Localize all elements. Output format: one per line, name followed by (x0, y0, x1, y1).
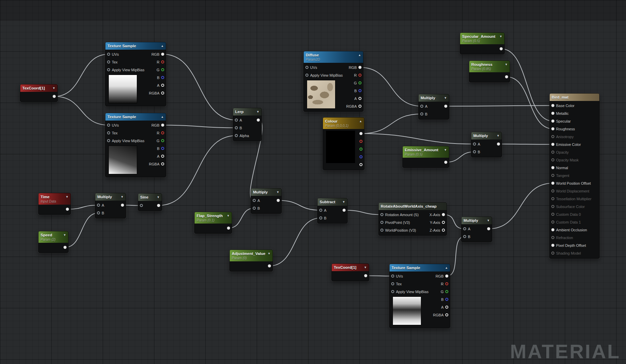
pin-apply-view-mipbias[interactable] (305, 74, 308, 77)
pin-b[interactable] (473, 150, 476, 153)
pin-r[interactable] (358, 74, 361, 77)
pin-shading-model[interactable] (551, 252, 554, 255)
collapse-down-icon[interactable]: ▼ (364, 266, 367, 269)
pin-out[interactable] (444, 105, 447, 108)
pin-a[interactable] (161, 84, 164, 87)
collapse-down-icon[interactable]: ▼ (52, 86, 55, 90)
pin-specular[interactable] (551, 120, 554, 123)
collapse-down-icon[interactable]: ▼ (66, 195, 69, 199)
node-mul4[interactable]: Multiply▼AB (251, 188, 282, 214)
node-ts1[interactable]: Texture Sample▲UVsTexApply View MipBiasR… (105, 42, 166, 106)
pin-b[interactable] (235, 126, 238, 129)
wire[interactable] (344, 210, 382, 215)
wire[interactable] (489, 183, 553, 229)
node-header[interactable]: Specular_Amount▼Param (0.5) (460, 33, 504, 44)
pin-a[interactable] (235, 119, 238, 122)
pin-rgb[interactable] (161, 53, 164, 56)
pin-g[interactable] (445, 290, 448, 293)
node-header[interactable]: Texture Sample▲ (390, 264, 450, 271)
node-mul3[interactable]: Multiply▼AB (95, 193, 126, 218)
node-lerp[interactable]: Lerp▼ABAlpha (233, 108, 262, 141)
pin-metallic[interactable] (551, 112, 554, 115)
wire[interactable] (446, 152, 475, 162)
pin-tex[interactable] (107, 60, 110, 63)
node-time[interactable]: Time▼Input Data (38, 193, 71, 215)
pin-roughness[interactable] (551, 127, 554, 130)
pin-g[interactable] (161, 139, 164, 142)
pin-b[interactable] (420, 112, 423, 115)
node-header[interactable]: Multiply▼ (251, 188, 281, 196)
pin-out[interactable] (505, 75, 508, 78)
node-mul5[interactable]: Multiply▼AB (461, 216, 492, 242)
collapse-down-icon[interactable]: ▼ (444, 96, 447, 100)
pin-rgb[interactable] (445, 275, 448, 278)
pin-b[interactable] (161, 76, 164, 79)
wire[interactable] (360, 68, 422, 106)
collapse-up-icon[interactable]: ▲ (359, 120, 362, 123)
pin-apply-view-mipbias[interactable] (391, 290, 394, 293)
pin-opacity[interactable] (551, 151, 554, 154)
node-header[interactable]: Texture Sample▲ (105, 113, 166, 121)
collapse-down-icon[interactable]: ▼ (444, 148, 447, 152)
pin-uvs[interactable] (391, 275, 394, 278)
node-ts3[interactable]: Texture Sample▲UVsTexApply View MipBiasR… (389, 264, 450, 328)
pin-a[interactable] (97, 204, 100, 207)
pin-ambient-occlusion[interactable] (551, 228, 554, 231)
collapse-up-icon[interactable]: ▲ (161, 44, 164, 48)
collapse-down-icon[interactable]: ▼ (227, 214, 230, 217)
wire[interactable] (499, 144, 553, 145)
pin-b[interactable] (97, 211, 100, 214)
collapse-down-icon[interactable]: ▼ (157, 196, 160, 199)
material-graph-canvas[interactable]: MATERIAL TexCoord[1]▼Texture Sample▲UVsT… (0, 0, 626, 364)
node-header[interactable]: Multiply▼ (461, 217, 492, 224)
pin-b[interactable] (463, 235, 466, 238)
pin-in[interactable] (140, 204, 143, 207)
pin-b[interactable] (358, 89, 361, 92)
pin-a[interactable] (161, 155, 164, 158)
pin-rgba[interactable] (161, 92, 164, 95)
collapse-down-icon[interactable]: ▼ (499, 35, 502, 38)
pin-r[interactable] (161, 131, 164, 134)
pin-b[interactable] (319, 216, 322, 219)
node-mul1[interactable]: Multiply▼AB (418, 94, 449, 120)
pin-out[interactable] (157, 204, 160, 207)
pin-a[interactable] (473, 142, 476, 146)
pin-x-axis[interactable] (442, 213, 445, 216)
pin-custom-data-1[interactable] (551, 220, 554, 224)
pin-world-position-offset[interactable] (551, 182, 554, 185)
node-mat[interactable]: Bird_matBase ColorMetallicSpecularRoughn… (549, 93, 600, 259)
pin-a[interactable] (319, 209, 322, 212)
node-header[interactable]: Subtract▼ (318, 198, 347, 206)
pin-out[interactable] (227, 227, 230, 230)
pin-b[interactable] (253, 207, 256, 210)
pin-apply-view-mipbias[interactable] (107, 139, 110, 142)
pin-uvs[interactable] (305, 66, 308, 69)
pin-a[interactable] (420, 105, 423, 108)
pin-a[interactable] (253, 199, 256, 202)
collapse-down-icon[interactable]: ▼ (121, 195, 124, 199)
pin-tex[interactable] (391, 282, 394, 285)
pin-out[interactable] (359, 132, 362, 135)
pin-a[interactable] (445, 306, 448, 309)
collapse-down-icon[interactable]: ▼ (63, 233, 66, 237)
pin-worldposition-v3-[interactable] (380, 229, 383, 232)
pin-out[interactable] (66, 208, 69, 211)
pin-out[interactable] (500, 47, 503, 50)
node-header[interactable]: Bird_mat (550, 94, 599, 101)
pin-out[interactable] (53, 95, 56, 98)
collapse-down-icon[interactable]: ▼ (268, 252, 271, 255)
wire[interactable] (446, 106, 553, 106)
pin-rgba[interactable] (445, 313, 448, 316)
pin-r[interactable] (161, 60, 164, 63)
pin-normal[interactable] (551, 166, 554, 169)
pin-out[interactable] (487, 227, 490, 230)
pin-out[interactable] (277, 199, 280, 202)
pin-subsurface-color[interactable] (551, 205, 554, 208)
pin-b[interactable] (445, 298, 448, 301)
pin-out[interactable] (268, 264, 271, 267)
node-header[interactable]: Diffuse▲Param2D (304, 51, 363, 63)
collapse-up-icon[interactable]: ▲ (161, 115, 164, 119)
pin-anisotropy[interactable] (551, 135, 554, 138)
pin-refraction[interactable] (551, 236, 554, 239)
node-sub[interactable]: Subtract▼AB (317, 198, 348, 224)
